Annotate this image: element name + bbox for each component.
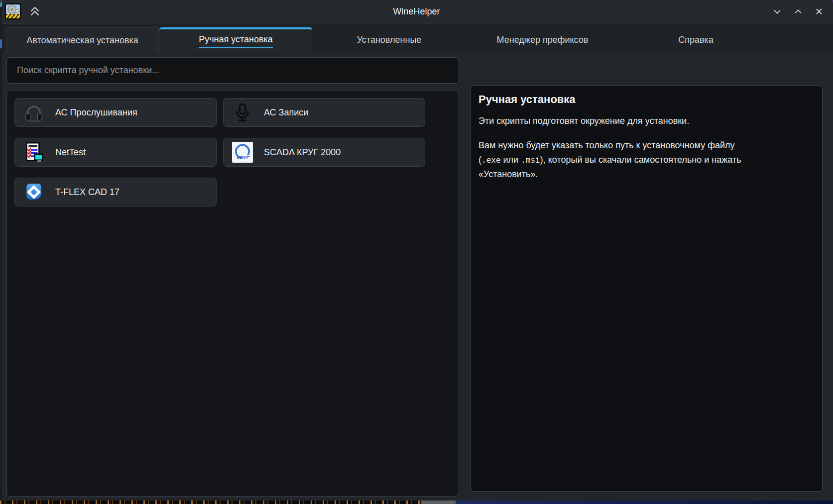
info-paragraph-1: Эти скрипты подготовят окружение для уст…	[478, 114, 814, 128]
tab-4[interactable]: Менеджер префиксов	[466, 27, 619, 53]
tab-bar: Автоматическая установка Ручная установк…	[0, 23, 833, 53]
info-paragraph-2: Вам нужно будет указать только путь к ус…	[478, 138, 814, 182]
svg-text:КРУГ: КРУГ	[237, 155, 249, 160]
tab-1[interactable]: Автоматическая установка	[6, 27, 159, 53]
keep-above-icon[interactable]	[28, 5, 41, 18]
tab-5[interactable]: Справка	[619, 27, 772, 53]
desktop-edge-sliver	[0, 0, 2, 504]
tflex-shield-icon	[23, 182, 44, 202]
script-button[interactable]: АС Прослушивания	[14, 98, 217, 127]
script-button[interactable]: КРУГ SCADA КРУГ 2000	[223, 138, 425, 167]
minimize-icon[interactable]	[768, 2, 786, 20]
winehelper-window: WineHelper Автоматическая установка	[0, 0, 833, 504]
microphone-icon	[232, 102, 253, 123]
maximize-icon[interactable]	[789, 2, 807, 20]
close-icon[interactable]	[810, 2, 828, 20]
info-panel: Ручная установка Эти скрипты подготовят …	[470, 86, 823, 492]
krug-logo-icon: КРУГ	[232, 142, 253, 163]
window-title: WineHelper	[0, 6, 833, 17]
window-controls	[768, 0, 828, 23]
headphones-icon	[23, 102, 44, 123]
main-content: АС Прослушивания АС Записи NetTest	[0, 53, 833, 504]
scripts-panel: АС Прослушивания АС Записи NetTest	[6, 90, 459, 497]
app-icon	[4, 3, 21, 20]
checklist-monitor-icon	[23, 142, 44, 163]
desktop-bottom-sliver	[0, 501, 833, 504]
script-button[interactable]: T-FLEX CAD 17	[14, 178, 217, 206]
script-button[interactable]: NetTest	[14, 138, 217, 167]
script-button[interactable]: АС Записи	[223, 98, 425, 127]
titlebar: WineHelper	[0, 0, 833, 23]
info-heading: Ручная установка	[478, 93, 814, 106]
tab-2[interactable]: Ручная установка	[159, 27, 312, 53]
tab-3[interactable]: Установленные	[313, 27, 466, 53]
search-input[interactable]	[6, 57, 459, 84]
